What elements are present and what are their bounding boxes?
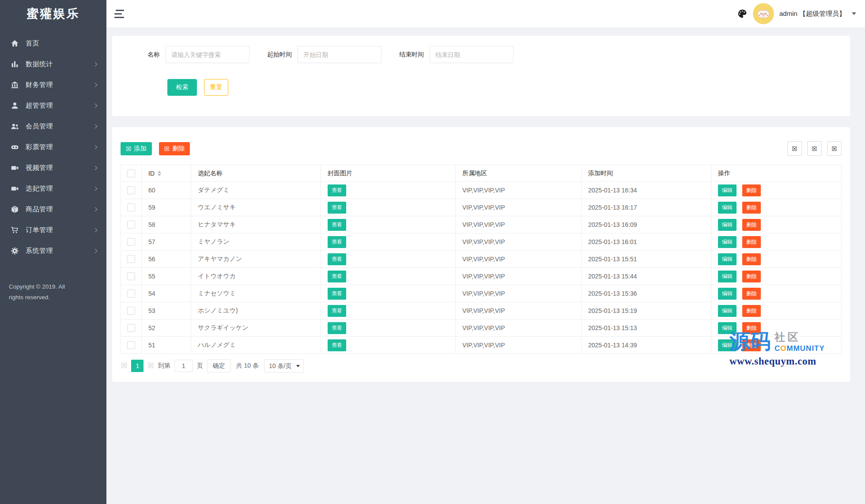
goto-label: 到第 [158,362,170,370]
sidebar-item-finance[interactable]: 财务管理 [0,75,106,95]
edit-button[interactable]: 编辑 [718,219,737,231]
view-cover-button[interactable]: 查看 [328,236,346,248]
next-page-button[interactable]: ☒ [147,362,154,369]
view-cover-button[interactable]: 查看 [328,305,346,317]
view-cover-button[interactable]: 查看 [328,202,346,214]
view-cover-button[interactable]: 查看 [328,339,346,351]
delete-button[interactable]: 删除 [742,202,761,214]
search-button[interactable]: 检索 [167,79,197,96]
sidebar-item-video[interactable]: 视频管理 [0,158,106,178]
sidebar-item-orders[interactable]: 订单管理 [0,220,106,241]
edit-button[interactable]: 编辑 [718,339,737,351]
edit-button[interactable]: 编辑 [718,184,737,196]
table-tool-icon-2[interactable]: ☒ [807,141,822,156]
start-time-label: 起始时间 [267,51,292,59]
row-time-cell: 2025-01-13 16:09 [582,216,711,233]
edit-button[interactable]: 编辑 [718,253,737,265]
view-cover-button[interactable]: 查看 [328,288,346,300]
delete-button[interactable]: 删除 [742,339,761,351]
sidebar-item-system[interactable]: 系统管理 [0,241,106,261]
table-row: 60 ダテメグミ 查看 VIP,VIP,VIP,VIP 2025-01-13 1… [121,182,842,199]
row-time-cell: 2025-01-13 15:13 [582,320,711,337]
edit-button[interactable]: 编辑 [718,202,737,214]
goto-confirm-button[interactable]: 确定 [207,359,231,372]
row-id-cell: 55 [142,268,191,285]
view-cover-button[interactable]: 查看 [328,253,346,265]
theme-palette-icon[interactable] [737,9,747,19]
sidebar-item-super-admin[interactable]: 超管管理 [0,95,106,116]
gamepad-icon [10,143,19,152]
video-camera-icon [10,164,19,173]
sidebar-item-concubine[interactable]: 选妃管理 [0,178,106,199]
view-cover-button[interactable]: 查看 [328,271,346,282]
row-checkbox[interactable] [127,290,135,297]
row-checkbox[interactable] [127,341,135,349]
delete-button[interactable]: 删除 [742,322,761,334]
edit-button[interactable]: 编辑 [718,236,737,248]
current-page-button[interactable]: 1 [131,360,144,372]
menu-toggle-icon[interactable] [114,10,125,18]
user-menu[interactable]: admin 【超级管理员】 [753,3,856,24]
table-row: 58 ヒナタマサキ 查看 VIP,VIP,VIP,VIP 2025-01-13 … [121,216,842,233]
edit-button[interactable]: 编辑 [718,322,737,334]
goto-page-input[interactable] [174,360,193,372]
page-size-select[interactable]: 10 条/页 [264,359,304,372]
view-cover-button[interactable]: 查看 [328,184,346,196]
row-id-cell: 53 [142,302,191,320]
sidebar-item-stats[interactable]: 数据统计 [0,54,106,75]
sidebar-item-goods[interactable]: 商品管理 [0,199,106,220]
main-area: admin 【超级管理员】 名称 起始时间 [106,0,865,504]
sidebar-item-lottery[interactable]: 彩票管理 [0,137,106,158]
sidebar-item-members[interactable]: 会员管理 [0,116,106,137]
row-checkbox[interactable] [127,238,135,246]
row-region-cell: VIP,VIP,VIP,VIP [456,268,582,285]
end-time-filter-group: 结束时间 [399,46,514,63]
page-unit-label: 页 [197,362,203,370]
missing-glyph-icon: ☒ [792,146,797,152]
chevron-right-icon [93,166,98,170]
prev-page-button[interactable]: ☒ [121,362,127,369]
view-cover-button[interactable]: 查看 [328,219,346,231]
delete-button[interactable]: 删除 [742,236,761,248]
reset-button[interactable]: 重置 [204,79,228,96]
delete-button[interactable]: 删除 [742,253,761,265]
add-button[interactable]: ☒ 添加 [121,142,152,155]
row-checkbox[interactable] [127,203,135,211]
edit-button[interactable]: 编辑 [718,271,737,282]
row-checkbox[interactable] [127,324,135,332]
table-tool-icon-3[interactable]: ☒ [827,141,842,156]
end-date-input[interactable] [430,46,514,63]
delete-button[interactable]: 删除 [742,271,761,282]
view-cover-button[interactable]: 查看 [328,322,346,334]
users-icon [10,122,19,131]
row-checkbox[interactable] [127,272,135,280]
delete-button[interactable]: 删除 [742,219,761,231]
row-id-cell: 58 [142,216,191,233]
row-checkbox[interactable] [127,221,135,229]
chevron-right-icon [93,207,98,212]
column-header-id[interactable]: ID [142,165,191,182]
sidebar-item-home[interactable]: 首页 [0,33,106,54]
sort-icon[interactable] [158,171,161,176]
start-date-input[interactable] [298,46,382,63]
row-id-cell: 60 [142,182,191,199]
table-tool-icon-1[interactable]: ☒ [787,141,802,156]
edit-button[interactable]: 编辑 [718,288,737,300]
table-row: 59 ウエノミサキ 查看 VIP,VIP,VIP,VIP 2025-01-13 … [121,199,842,216]
chevron-right-icon [93,249,98,253]
delete-button[interactable]: 删除 [742,305,761,317]
row-checkbox[interactable] [127,307,135,315]
video-camera-icon [10,184,19,193]
row-checkbox[interactable] [127,255,135,263]
batch-delete-button[interactable]: ☒ 删除 [159,142,190,155]
edit-button[interactable]: 编辑 [718,305,737,317]
row-id-cell: 59 [142,199,191,216]
end-time-label: 结束时间 [399,51,424,59]
delete-button[interactable]: 删除 [742,288,761,300]
row-checkbox[interactable] [127,186,135,194]
delete-button[interactable]: 删除 [742,184,761,196]
sidebar-nav: 首页 数据统计 财务管理 超管管理 会员管理 彩票管理 视频管理 [0,28,106,261]
row-name-cell: ウエノミサキ [191,199,321,216]
keyword-search-input[interactable] [166,46,249,63]
select-all-checkbox[interactable] [127,169,135,177]
